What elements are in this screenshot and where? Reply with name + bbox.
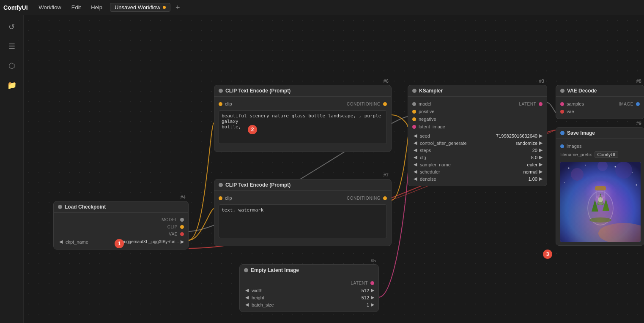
- cfg-arrow-left[interactable]: ◀: [412, 155, 418, 160]
- param-width-row: ◀ width 512 ▶: [244, 287, 374, 294]
- svg-rect-7: [595, 186, 606, 190]
- port-latent-label: LATENT: [351, 281, 368, 285]
- node-vae-decode: #8 VAE Decode samples IMAGE vae: [556, 85, 644, 119]
- ckpt-name-label: ckpt_name: [66, 239, 121, 244]
- sampler-label: sampler_name: [420, 162, 502, 167]
- svg-point-16: [585, 165, 586, 166]
- port-samples-dot: [560, 102, 564, 106]
- svg-point-20: [636, 185, 637, 186]
- cfg-arrow-right[interactable]: ▶: [539, 155, 543, 160]
- port-clip-out: CLIP: [58, 223, 184, 231]
- active-tab[interactable]: Unsaved Workflow: [110, 3, 170, 12]
- svg-point-15: [568, 168, 570, 169]
- sidebar-cube-icon[interactable]: ⬡: [6, 60, 18, 72]
- sidebar-folder-icon[interactable]: 📁: [6, 79, 18, 91]
- node-header-ksampler: KSampler: [408, 85, 547, 97]
- node-title-vae: VAE Decode: [567, 88, 597, 94]
- control-arrow-right[interactable]: ▶: [539, 140, 543, 146]
- port-latent-image-dot: [412, 125, 416, 129]
- param-denoise-row: ◀ denoise 1.00 ▶: [412, 175, 543, 182]
- sidebar-history-icon[interactable]: ↺: [6, 21, 18, 33]
- node-dot-checkpoint: [58, 205, 62, 209]
- port-model-label: MODEL: [162, 217, 178, 222]
- seed-arrow-right[interactable]: ▶: [539, 133, 543, 138]
- badge-1: 1: [115, 239, 124, 248]
- node-title-checkpoint: Load Checkpoint: [65, 204, 106, 210]
- menu-workflow[interactable]: Workflow: [36, 3, 64, 11]
- port-clip-dot: [180, 225, 184, 229]
- svg-point-4: [584, 181, 617, 210]
- port-latent-image-label: latent_image: [419, 124, 445, 129]
- param-steps-row: ◀ steps 20 ▶: [412, 147, 543, 154]
- port-latent-out: LATENT: [244, 280, 374, 287]
- port-latent-out-label: LATENT: [519, 102, 536, 106]
- port-latent-dot: [370, 281, 374, 285]
- menu-edit[interactable]: Edit: [69, 3, 83, 11]
- denoise-arrow-left[interactable]: ◀: [412, 176, 418, 182]
- cfg-label: cfg: [420, 155, 502, 160]
- node-header-save: Save Image: [556, 128, 644, 139]
- clip6-prompt-input[interactable]: beautiful scenery nature glass bottle la…: [219, 110, 387, 144]
- sidebar: ↺ ☰ ⬡ 📁: [0, 15, 24, 323]
- width-arrow-right[interactable]: ▶: [371, 288, 374, 293]
- port-model-dot: [180, 218, 184, 222]
- seed-value: 7199825016632640: [496, 133, 537, 138]
- param-height-row: ◀ height 512 ▶: [244, 294, 374, 301]
- canvas[interactable]: 1 2 3 #4 Load Checkpoint MODEL CLIP VAE: [24, 15, 644, 323]
- node-title-latent: Empty Latent Image: [251, 267, 299, 273]
- seed-label: seed: [420, 133, 494, 138]
- sidebar-document-icon[interactable]: ☰: [6, 41, 18, 52]
- menu-help[interactable]: Help: [88, 3, 105, 11]
- port-samples-in: samples IMAGE: [560, 100, 640, 108]
- node-empty-latent: #5 Empty Latent Image LATENT ◀ width 512…: [239, 264, 379, 312]
- port-positive-dot: [412, 110, 416, 114]
- height-arrow-right[interactable]: ▶: [371, 295, 374, 300]
- port-vae-label: VAE: [169, 232, 178, 236]
- fn-prefix-value[interactable]: ComfyUI: [595, 151, 619, 158]
- svg-rect-6: [596, 189, 605, 198]
- width-arrow-left[interactable]: ◀: [244, 288, 250, 293]
- port-vaein-label: vae: [567, 109, 574, 114]
- node-id-ksampler: #3: [539, 79, 544, 84]
- node-clip-text-wm: #7 CLIP Text Encode (Prompt) clip CONDIT…: [214, 179, 392, 246]
- seed-arrow-left[interactable]: ◀: [412, 133, 418, 138]
- port-clipwm-out-label: CONDITIONING: [347, 196, 381, 201]
- port-clip6-out-dot: [383, 102, 387, 106]
- node-id-save: #9: [636, 121, 641, 126]
- node-title-save: Save Image: [567, 130, 595, 136]
- svg-marker-8: [597, 193, 604, 204]
- steps-arrow-left[interactable]: ◀: [412, 147, 418, 153]
- clipwm-prompt-input[interactable]: text, watermark: [219, 204, 387, 238]
- svg-point-3: [597, 162, 608, 171]
- scheduler-arrow-left[interactable]: ◀: [412, 169, 418, 174]
- preview-image: [560, 162, 641, 242]
- ckpt-arrow-right[interactable]: ▶: [181, 239, 184, 244]
- tab-unsaved-dot: [163, 6, 166, 9]
- port-images-in: images: [560, 142, 640, 150]
- add-tab-button[interactable]: +: [175, 4, 180, 11]
- port-image-label: IMAGE: [619, 102, 633, 106]
- batch-arrow-right[interactable]: ▶: [371, 302, 374, 307]
- scheduler-arrow-right[interactable]: ▶: [539, 169, 543, 174]
- ckpt-arrow-left[interactable]: ◀: [58, 239, 64, 244]
- node-id-vae: #8: [636, 79, 641, 84]
- node-header-checkpoint: Load Checkpoint: [54, 201, 188, 213]
- sampler-arrow-left[interactable]: ◀: [412, 162, 418, 167]
- steps-arrow-right[interactable]: ▶: [539, 147, 543, 153]
- svg-point-19: [564, 182, 565, 183]
- port-vae-in: vae: [560, 108, 640, 115]
- param-seed-row: ◀ seed 7199825016632640 ▶: [412, 132, 543, 139]
- param-control-row: ◀ control_after_generate randomize ▶: [412, 139, 543, 147]
- param-scheduler-row: ◀ scheduler normal ▶: [412, 168, 543, 175]
- svg-point-12: [589, 217, 611, 223]
- sampler-arrow-right[interactable]: ▶: [539, 162, 543, 167]
- port-negative-label: negative: [419, 117, 436, 122]
- svg-point-2: [615, 162, 632, 179]
- control-arrow-left[interactable]: ◀: [412, 140, 418, 146]
- denoise-arrow-right[interactable]: ▶: [539, 176, 543, 182]
- badge-2: 2: [248, 125, 257, 134]
- node-header-clip6: CLIP Text Encode (Prompt): [214, 85, 391, 97]
- batch-arrow-left[interactable]: ◀: [244, 302, 250, 307]
- height-arrow-left[interactable]: ◀: [244, 295, 250, 300]
- fn-prefix-label: filename_prefix: [560, 152, 592, 157]
